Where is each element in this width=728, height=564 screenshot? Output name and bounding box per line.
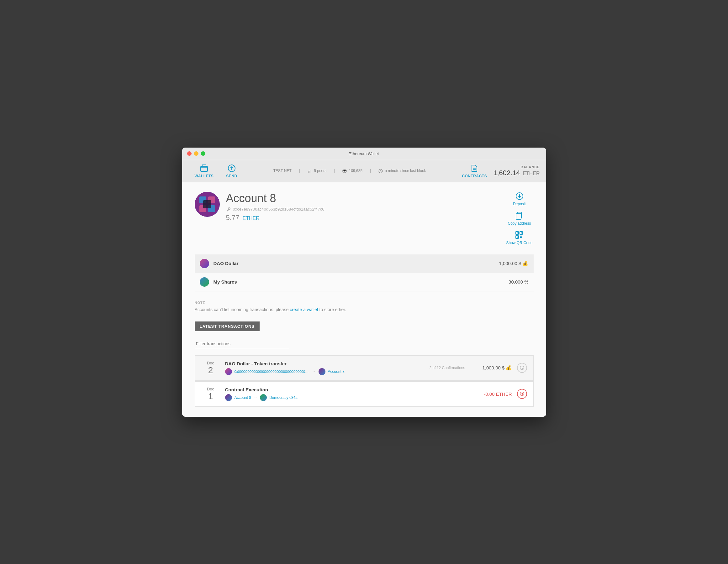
svg-rect-22	[517, 233, 518, 234]
balance-label: BALANCE	[493, 165, 540, 169]
svg-rect-0	[201, 166, 208, 171]
token-amount-shares: 30.000 %	[509, 279, 528, 284]
tx-confirmations-1: 2 of 12 Confirmations	[425, 366, 469, 370]
peers-count: 5 peers	[308, 169, 326, 173]
send-icon	[227, 164, 236, 173]
svg-rect-1	[202, 165, 206, 167]
balance-display: BALANCE 1,602.14 ETHER	[493, 165, 540, 177]
tx-from-addr-1[interactable]: 0x00000000000000000000000000000000000000…	[235, 370, 310, 373]
toolbar: WALLETS SEND TEST-NET | 5 peers |	[182, 160, 546, 182]
blocks-icon	[342, 169, 347, 173]
tx-title-1: DAO Dollar - Token transfer	[225, 361, 420, 366]
tx-to-icon-1	[319, 368, 325, 375]
minimize-button[interactable]	[194, 151, 198, 156]
account-info: Account 8 0xce7e89700ac40d563b92d1684cfd…	[226, 192, 499, 222]
svg-rect-16	[203, 200, 211, 208]
outgoing-icon	[520, 391, 525, 396]
token-list: DAO Dollar 1,000.00 $ 💰 My Shares 30.000…	[195, 255, 534, 291]
last-block: a minute since last block	[378, 169, 426, 173]
token-row-shares[interactable]: My Shares 30.000 %	[195, 273, 534, 291]
contracts-button[interactable]: CONTRACTS	[456, 163, 493, 180]
svg-rect-4	[309, 171, 309, 173]
svg-rect-18	[516, 214, 521, 219]
clock-icon	[378, 169, 383, 173]
blocks-count: 109,685	[342, 169, 362, 173]
balance-amount: 1,602.14	[493, 169, 520, 177]
network-status: TEST-NET | 5 peers | 109,685	[244, 169, 456, 173]
svg-rect-28	[521, 237, 522, 238]
tx-from-icon-1	[225, 368, 232, 375]
copy-address-button[interactable]: Copy address	[508, 211, 531, 226]
svg-rect-24	[517, 237, 518, 238]
account-address-text: 0xce7e89700ac40d563b92d1684cfdb1aac52f47…	[233, 207, 324, 212]
tx-to-name-2[interactable]: Democracy c84a	[269, 395, 298, 400]
tx-amount-2: -0.00 ETHER	[474, 391, 512, 397]
token-amount-dao: 1,000.00 $ 💰	[499, 261, 528, 266]
avatar	[195, 192, 220, 217]
transaction-row-1: Dec 2 DAO Dollar - Token transfer 0x0000…	[195, 355, 534, 381]
balance-currency: ETHER	[523, 171, 540, 176]
svg-rect-27	[520, 237, 521, 238]
svg-rect-5	[310, 170, 310, 173]
tx-addresses-2: Account 8 → Democracy c84a	[225, 394, 420, 401]
tx-title-2: Contract Execution	[225, 387, 420, 392]
close-button[interactable]	[187, 151, 192, 156]
send-button[interactable]: SEND	[220, 163, 243, 180]
qr-icon	[515, 231, 524, 240]
network-name: TEST-NET	[273, 169, 292, 173]
svg-rect-26	[521, 236, 522, 237]
tx-from-name-2[interactable]: Account 8	[235, 395, 251, 400]
show-qr-button[interactable]: Show QR-Code	[506, 231, 532, 245]
tx-to-name-1[interactable]: Account 8	[328, 369, 345, 374]
deposit-icon	[515, 192, 524, 201]
tx-date-2: Dec 1	[201, 387, 220, 401]
tx-to-icon-2	[260, 394, 267, 401]
dao-dollar-icon	[200, 259, 209, 268]
account-balance: 5.77 ETHER	[226, 214, 499, 222]
maximize-button[interactable]	[201, 151, 205, 156]
key-icon	[226, 207, 231, 212]
traffic-lights	[182, 151, 205, 156]
token-name-dao: DAO Dollar	[214, 261, 239, 266]
note-label: NOTE	[195, 301, 534, 304]
account-name: Account 8	[226, 192, 499, 205]
note-section: NOTE Accounts can't list incoming transa…	[195, 301, 534, 312]
deposit-button[interactable]: Deposit	[513, 192, 526, 206]
tx-action-button-1[interactable]	[517, 363, 527, 373]
wallets-button[interactable]: WALLETS	[188, 163, 220, 180]
account-avatar-image	[195, 192, 220, 217]
account-address-row: 0xce7e89700ac40d563b92d1684cfdb1aac52f47…	[226, 207, 499, 212]
svg-rect-6	[311, 170, 311, 173]
tx-details-1: DAO Dollar - Token transfer 0x0000000000…	[225, 361, 420, 375]
transactions-section: LATEST TRANSACTIONS Dec 2 DAO Dollar - T…	[195, 321, 534, 407]
tx-from-icon-2	[225, 394, 232, 401]
tx-amount-1: 1,000.00 $ 💰	[474, 365, 512, 371]
svg-rect-23	[521, 233, 522, 234]
tx-action-button-2[interactable]	[517, 389, 527, 399]
contracts-icon	[470, 164, 479, 173]
filter-transactions-input[interactable]	[195, 339, 289, 349]
titlebar: Ξthereum Wallet	[182, 148, 546, 160]
transactions-title: LATEST TRANSACTIONS	[195, 321, 260, 331]
token-name-shares: My Shares	[214, 279, 237, 284]
svg-rect-25	[520, 236, 521, 237]
wallets-icon	[200, 164, 208, 173]
svg-rect-3	[308, 171, 309, 173]
tx-details-2: Contract Execution Account 8 → Democracy…	[225, 387, 420, 401]
window-title: Ξthereum Wallet	[349, 151, 379, 156]
transaction-row-2: Dec 1 Contract Execution Account 8 → Dem…	[195, 381, 534, 407]
create-wallet-link[interactable]: create a wallet	[290, 307, 318, 312]
tx-addresses-1: 0x00000000000000000000000000000000000000…	[225, 368, 420, 375]
main-content: Account 8 0xce7e89700ac40d563b92d1684cfd…	[182, 182, 546, 417]
my-shares-icon	[200, 277, 209, 287]
account-header: Account 8 0xce7e89700ac40d563b92d1684cfd…	[195, 192, 534, 245]
signal-icon	[308, 169, 312, 173]
tx-date-1: Dec 2	[201, 361, 220, 375]
copy-icon	[515, 211, 524, 220]
token-row-dao[interactable]: DAO Dollar 1,000.00 $ 💰	[195, 255, 534, 273]
account-actions: Deposit Copy address	[505, 192, 534, 245]
note-text: Accounts can't list incoming transaction…	[195, 307, 534, 312]
app-window: Ξthereum Wallet WALLETS SEND TEST-NET |	[182, 148, 546, 417]
refresh-icon	[520, 365, 525, 370]
